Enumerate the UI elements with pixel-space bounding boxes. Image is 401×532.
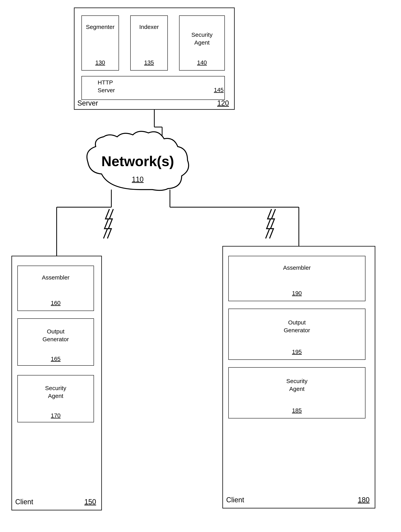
svg-text:110: 110	[132, 175, 144, 183]
svg-text:Generator: Generator	[42, 336, 69, 342]
svg-text:Output: Output	[288, 319, 306, 326]
svg-text:160: 160	[51, 300, 61, 306]
svg-text:Segmenter: Segmenter	[86, 24, 115, 30]
svg-text:Indexer: Indexer	[139, 24, 159, 30]
svg-text:Server: Server	[98, 87, 115, 93]
svg-text:170: 170	[51, 412, 61, 419]
svg-text:Agent: Agent	[194, 39, 210, 46]
svg-text:Server: Server	[77, 99, 98, 107]
svg-text:190: 190	[292, 290, 302, 296]
svg-text:Client: Client	[226, 496, 244, 504]
svg-text:Assembler: Assembler	[283, 264, 311, 271]
svg-text:150: 150	[84, 498, 96, 506]
svg-text:HTTP: HTTP	[98, 79, 113, 86]
svg-text:195: 195	[292, 348, 302, 355]
svg-text:Network(s): Network(s)	[101, 153, 174, 169]
svg-text:180: 180	[358, 496, 370, 504]
svg-text:145: 145	[214, 87, 224, 93]
diagram: Segmenter 130 Indexer 135 Security Agent…	[0, 0, 401, 532]
svg-text:130: 130	[95, 59, 105, 66]
svg-text:Client: Client	[15, 498, 33, 506]
svg-text:185: 185	[292, 407, 302, 414]
svg-text:Security: Security	[45, 385, 66, 391]
svg-text:Assembler: Assembler	[42, 274, 69, 281]
svg-text:Agent: Agent	[289, 386, 305, 392]
svg-text:Security: Security	[286, 378, 307, 384]
svg-text:Agent: Agent	[48, 393, 63, 399]
svg-text:Security: Security	[191, 32, 213, 38]
svg-text:Generator: Generator	[284, 327, 310, 333]
svg-text:165: 165	[51, 355, 61, 362]
svg-text:140: 140	[197, 59, 207, 66]
svg-text:120: 120	[217, 99, 229, 107]
svg-text:Output: Output	[47, 328, 65, 335]
svg-text:135: 135	[144, 59, 154, 66]
